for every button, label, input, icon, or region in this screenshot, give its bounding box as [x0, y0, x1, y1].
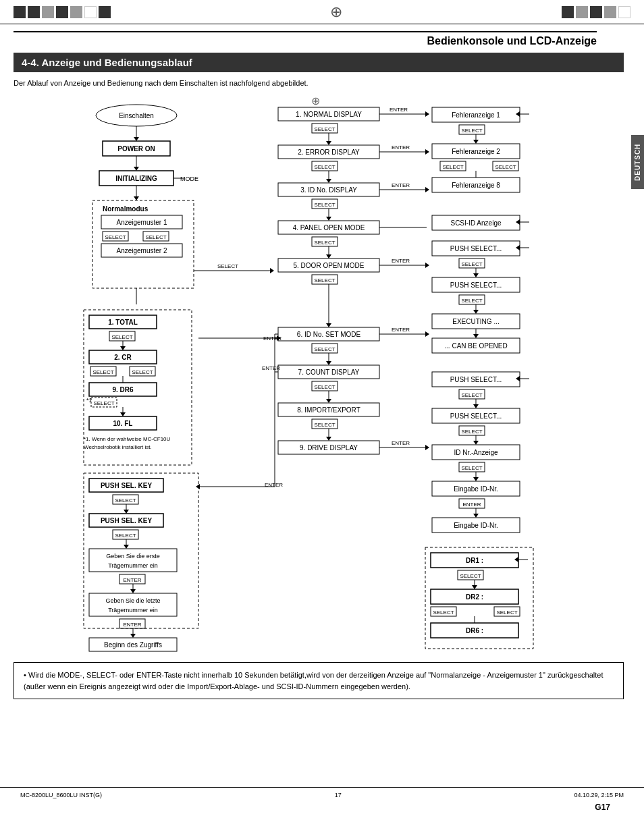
select-n4[interactable]: SELECT — [314, 240, 335, 246]
select-btn-a1-right[interactable]: SELECT — [145, 234, 166, 240]
svg-marker-70 — [473, 140, 479, 144]
n8-import: 8. IMPORT/EXPORT — [297, 406, 360, 414]
fl-label: 10. FL — [113, 420, 133, 427]
select-push-sel1[interactable]: SELECT — [115, 497, 136, 504]
svg-marker-106 — [473, 477, 479, 481]
erste-tr-label: Geben Sie die erste — [106, 553, 160, 560]
push-sel2-label: PUSH SEL. KEY — [101, 517, 152, 524]
select-push2[interactable]: SELECT — [461, 298, 482, 304]
enter-import-label: ENTER — [262, 365, 280, 371]
select-dr2-left[interactable]: SELECT — [433, 609, 454, 616]
fehler8-label: Fehleranzeige 8 — [452, 182, 500, 189]
can-be-opened-label: ... CAN BE OPENED — [444, 342, 507, 350]
cr-label: 2. CR — [114, 354, 132, 361]
n9-drive: 9. DRIVE DISPLAY — [300, 444, 358, 452]
block6 — [84, 6, 97, 18]
fehler2-label: Fehleranzeige 2 — [452, 148, 500, 155]
block2 — [28, 6, 40, 18]
top-bar-right-blocks — [562, 6, 630, 18]
footnote-text1: *1. Wenn der wahlweise MC-CF10U — [84, 436, 171, 442]
select-n8[interactable]: SELECT — [314, 422, 335, 428]
push-select2-label: PUSH SELECT... — [450, 281, 502, 289]
executing-label: EXECUTING ... — [452, 318, 499, 325]
select-fehler2-right[interactable]: SELECT — [495, 164, 516, 170]
top-bar: ⊕ — [0, 0, 644, 24]
push-select1-label: PUSH SELECT... — [450, 245, 502, 252]
enter-letzte[interactable]: ENTER — [123, 622, 141, 628]
svg-marker-9 — [134, 196, 139, 200]
crosshair-center: ⊕ — [330, 3, 342, 21]
svg-marker-57 — [326, 399, 331, 403]
block1 — [14, 6, 26, 18]
n7-count: 7. COUNT DISPLAY — [298, 369, 360, 376]
select-n7[interactable]: SELECT — [314, 384, 335, 390]
svg-marker-84 — [473, 273, 479, 277]
n5-door: 5. DOOR OPEN MODE — [293, 262, 364, 269]
select-dr2-right[interactable]: SELECT — [496, 609, 517, 616]
select-n5[interactable]: SELECT — [314, 277, 335, 283]
svg-marker-61 — [326, 437, 331, 441]
select-push-sel2[interactable]: SELECT — [115, 533, 136, 539]
page-title: Bedienkonsole und LCD-Anzeige — [14, 31, 597, 47]
n1-normal-display: 1. NORMAL DISPLAY — [296, 111, 362, 118]
svg-marker-33 — [425, 187, 429, 192]
footer-area: MC-8200LU_8600LU INST(G) 17 04.10.29, 2:… — [0, 787, 644, 816]
svg-marker-17 — [270, 268, 274, 273]
svg-marker-35 — [326, 217, 331, 221]
enter-n9: ENTER — [392, 440, 410, 446]
enter-erste[interactable]: ENTER — [123, 577, 141, 583]
dr6-left-label: 9. DR6 — [112, 386, 134, 393]
select-push1[interactable]: SELECT — [461, 261, 482, 267]
select-cr-left[interactable]: SELECT — [92, 369, 113, 375]
svg-marker-40 — [326, 254, 331, 259]
top-bar-left-blocks — [14, 6, 111, 18]
footer-left: MC-8200LU_8600LU INST(G) — [20, 792, 102, 798]
n4-panel: 4. PANEL OPEN MODE — [293, 224, 365, 232]
select-btn-a1-left[interactable]: SELECT — [105, 234, 126, 240]
svg-marker-102 — [473, 441, 479, 445]
enter-left-label: ENTER — [265, 482, 283, 488]
id-nr-anzeige-label: ID Nr.-Anzeige — [454, 449, 498, 456]
block5 — [70, 6, 82, 18]
select-dr6[interactable]: SELECT — [93, 400, 114, 406]
svg-marker-5 — [134, 167, 139, 171]
svg-marker-29 — [326, 179, 331, 183]
select-id-nr[interactable]: SELECT — [461, 465, 482, 471]
select-total[interactable]: SELECT — [111, 334, 132, 340]
deutsch-sidebar: DEUTSCH — [631, 135, 644, 189]
select-dr1[interactable]: SELECT — [460, 573, 481, 579]
page-title-area: Bedienkonsole und LCD-Anzeige — [14, 31, 624, 47]
total-label: 1. TOTAL — [108, 319, 138, 326]
block10 — [590, 6, 602, 18]
n6-id-set: 6. ID No. SET MODE — [297, 331, 361, 338]
svg-marker-110 — [473, 514, 479, 518]
push-sel1-label: PUSH SEL. KEY — [101, 482, 152, 489]
block3 — [42, 6, 54, 18]
select-fehler2-left[interactable]: SELECT — [442, 164, 463, 170]
svg-marker-53 — [326, 361, 331, 365]
select-fehler1[interactable]: SELECT — [461, 128, 482, 134]
svg-marker-27 — [425, 149, 429, 155]
svg-marker-23 — [326, 141, 331, 145]
erste-tr-label2: Trägernummer ein — [108, 562, 158, 569]
select-cr-right[interactable]: SELECT — [132, 369, 153, 375]
initializing-label: INITIALIZING — [115, 175, 157, 182]
enter-eingabe1[interactable]: ENTER — [462, 501, 481, 508]
section-heading: 4-4. Anzeige und Bedienungsablauf — [14, 53, 624, 72]
select-n3[interactable]: SELECT — [314, 202, 335, 208]
letzte-tr-label: Geben Sie die letzte — [105, 597, 160, 604]
footer-right: 04.10.29, 2:15 PM — [574, 792, 624, 798]
einschalten-label: Einschalten — [119, 112, 154, 119]
eingabe-id1-label: Eingabe ID-Nr. — [454, 485, 498, 493]
select-push3[interactable]: SELECT — [461, 392, 482, 398]
push-select3-label: PUSH SELECT... — [450, 376, 502, 383]
select-n1[interactable]: SELECT — [314, 126, 335, 132]
enter-n1: ENTER — [390, 107, 408, 113]
n2-error-display: 2. ERROR DISPLAY — [298, 148, 360, 156]
page-number: G17 — [0, 803, 644, 816]
select-n2[interactable]: SELECT — [314, 164, 335, 170]
footer-center: 17 — [335, 792, 342, 798]
select-push4[interactable]: SELECT — [461, 429, 482, 435]
select-n6[interactable]: SELECT — [314, 346, 335, 352]
enter-n5: ENTER — [392, 258, 410, 264]
